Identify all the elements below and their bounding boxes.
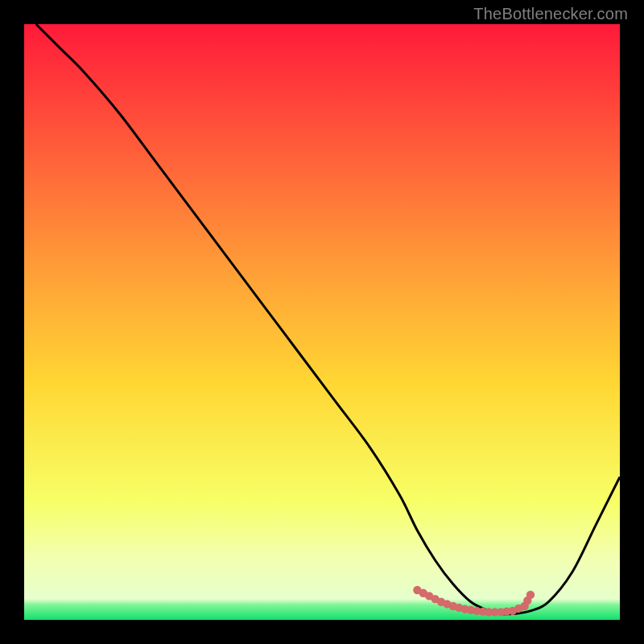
plot-area	[24, 24, 620, 620]
attribution-text: TheBottlenecker.com	[473, 5, 628, 23]
gradient-background	[24, 24, 620, 620]
chart-frame: TheBottlenecker.com	[0, 0, 644, 644]
optimal-dot	[526, 591, 535, 599]
bottleneck-chart	[24, 24, 620, 620]
